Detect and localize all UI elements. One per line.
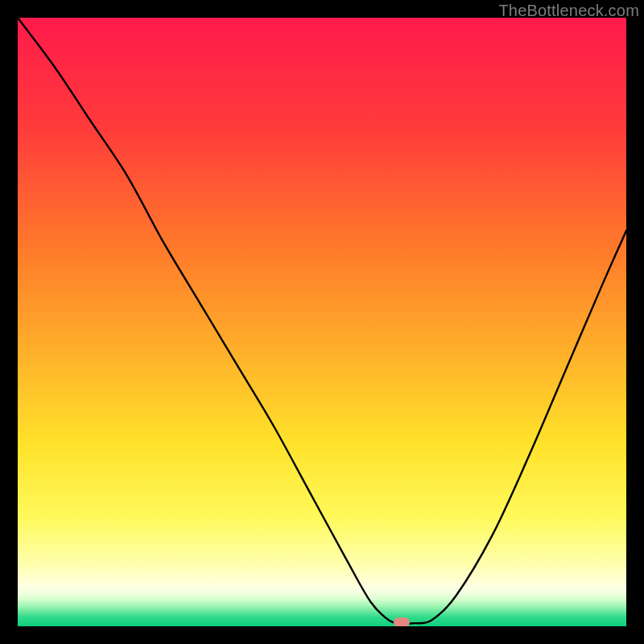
chart-stage: TheBottleneck.com bbox=[0, 0, 644, 644]
bottleneck-curve bbox=[18, 18, 626, 626]
plot-area bbox=[18, 18, 626, 626]
optimum-marker bbox=[394, 617, 410, 626]
